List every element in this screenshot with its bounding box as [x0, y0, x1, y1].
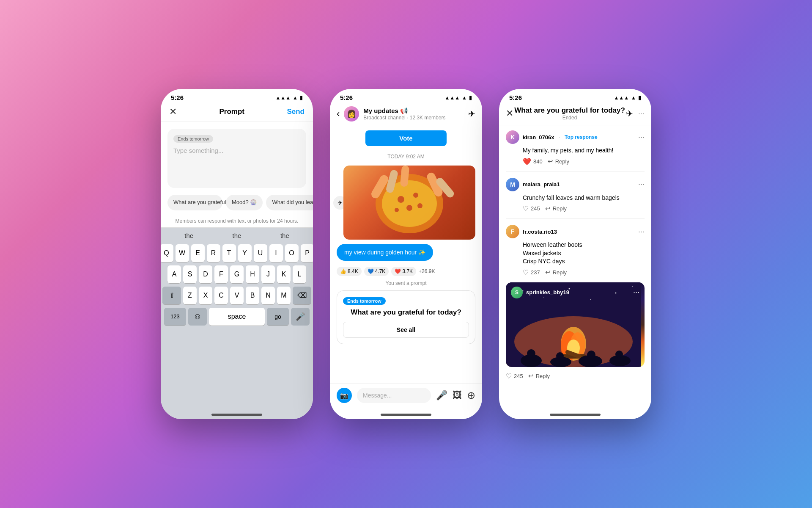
reactions-row: 👍 8.4K 💙 4.7K ❤️ 3.7K +26.9K	[337, 267, 475, 276]
chip-learn[interactable]: What did you learn this week	[266, 195, 313, 210]
key-w[interactable]: W	[176, 244, 189, 262]
response-text-3: Horween leather bootsWaxed jacketsCrisp …	[506, 241, 645, 266]
mic-icon[interactable]: 🎤	[436, 390, 447, 401]
key-f[interactable]: F	[214, 265, 228, 283]
numbers-key[interactable]: 123	[164, 308, 186, 326]
heart-red-count: 3.7K	[402, 268, 413, 274]
status-icons-3: ▲▲▲ ▲ ▮	[614, 95, 641, 101]
key-l[interactable]: L	[293, 265, 306, 283]
key-b[interactable]: B	[246, 287, 259, 304]
like-button-3[interactable]: ♡ 237	[523, 268, 540, 276]
message-placeholder: Message...	[363, 392, 392, 399]
response-header-2: M maiara_praia1 ···	[506, 178, 645, 191]
message-input[interactable]: Message...	[357, 388, 431, 403]
reaction-heart-blue[interactable]: 💙 4.7K	[364, 267, 389, 276]
campfire-photo: S sprinkles_bby19 ···	[506, 282, 645, 367]
chip-grateful[interactable]: What are you grateful for today?	[167, 195, 222, 210]
key-n[interactable]: N	[261, 287, 275, 304]
key-d[interactable]: D	[199, 265, 212, 283]
key-e[interactable]: E	[191, 244, 205, 262]
key-p[interactable]: P	[301, 244, 313, 262]
like-button-2[interactable]: ♡ 245	[523, 204, 540, 213]
channel-header: ‹ 👩 My updates 📢 Broadcast channel · 12.…	[330, 104, 482, 126]
add-icon[interactable]: ⊕	[467, 389, 475, 401]
key-q[interactable]: Q	[161, 244, 173, 262]
reply-button-2[interactable]: ↩ Reply	[545, 205, 567, 213]
suggestion-1[interactable]: the	[184, 232, 193, 239]
go-key[interactable]: go	[267, 308, 289, 326]
chat-photo-container: ✈	[337, 166, 475, 240]
key-g[interactable]: G	[230, 265, 244, 283]
backspace-key[interactable]: ⌫	[293, 287, 311, 304]
reply-icon-2: ↩	[545, 205, 551, 213]
suggestion-2[interactable]: the	[233, 232, 241, 239]
key-o[interactable]: O	[285, 244, 299, 262]
response-user-1: K kiran_0706x · Top response	[506, 130, 598, 144]
reply-button-4[interactable]: ↩ Reply	[528, 372, 550, 380]
close-button[interactable]: ✕	[169, 106, 177, 117]
responses-header: ✕ What are you grateful for today? Ended…	[499, 104, 651, 125]
response-actions-3: ♡ 237 ↩ Reply	[506, 268, 645, 276]
time-1: 5:26	[171, 94, 184, 101]
prompt-placeholder[interactable]: Type something...	[173, 147, 300, 154]
you-sent-label: You sent a prompt	[337, 280, 475, 286]
more-icon-3[interactable]: ···	[638, 109, 645, 118]
key-a[interactable]: A	[167, 265, 181, 283]
key-i[interactable]: I	[269, 244, 283, 262]
suggestion-3[interactable]: the	[280, 232, 289, 239]
key-j[interactable]: J	[261, 265, 275, 283]
mic-key[interactable]: 🎤	[291, 308, 310, 326]
more-reactions[interactable]: +26.9K	[419, 268, 435, 274]
vote-button[interactable]: Vote	[365, 130, 446, 146]
vote-area: Vote	[337, 130, 475, 148]
send-icon-3[interactable]: ✈	[626, 108, 633, 119]
reply-button-3[interactable]: ↩ Reply	[545, 268, 567, 276]
reply-label-3: Reply	[553, 269, 567, 276]
home-bar-1	[161, 410, 313, 419]
shift-key[interactable]: ⇧	[162, 287, 181, 304]
space-key[interactable]: space	[209, 308, 265, 326]
key-t[interactable]: T	[222, 244, 236, 262]
emoji-key[interactable]: ☺	[188, 308, 207, 326]
key-h[interactable]: H	[246, 265, 259, 283]
more-icon-r1[interactable]: ···	[638, 133, 645, 142]
chip-mood[interactable]: Mood? 🎡	[226, 195, 263, 210]
close-button-3[interactable]: ✕	[506, 108, 513, 119]
key-m[interactable]: M	[277, 287, 291, 304]
channel-header-icons: ✈	[468, 109, 475, 119]
chat-input-bar: 📷 Message... 🎤 🖼 ⊕	[330, 383, 482, 410]
more-icon-r2[interactable]: ···	[638, 180, 645, 189]
key-s[interactable]: S	[183, 265, 197, 283]
see-all-button[interactable]: See all	[343, 322, 469, 338]
response-item-3: F fr.costa.rio13 ··· Horween leather boo…	[506, 225, 645, 276]
key-x[interactable]: X	[199, 287, 212, 304]
key-k[interactable]: K	[277, 265, 291, 283]
key-u[interactable]: U	[254, 244, 267, 262]
prompt-input-area[interactable]: Ends tomorrow Type something...	[167, 129, 306, 188]
send-icon-2[interactable]: ✈	[468, 109, 475, 119]
gallery-icon[interactable]: 🖼	[453, 390, 462, 401]
more-icon-photo[interactable]: ···	[633, 288, 639, 297]
like-button-4[interactable]: ♡ 245	[506, 372, 523, 380]
reaction-heart-red[interactable]: ❤️ 3.7K	[391, 267, 416, 276]
like-button-1[interactable]: ❤️ 840	[523, 157, 543, 166]
reply-button-1[interactable]: ↩ Reply	[548, 157, 569, 165]
camera-button[interactable]: 📷	[337, 388, 352, 403]
key-r[interactable]: R	[207, 244, 220, 262]
like-count-2: 245	[531, 205, 540, 212]
response-user-3: F fr.costa.rio13	[506, 225, 557, 238]
back-button[interactable]: ‹	[337, 108, 340, 119]
reaction-thumbsup[interactable]: 👍 8.4K	[337, 267, 362, 276]
pizza-photo	[343, 166, 475, 240]
signal-icon-1: ▲▲▲	[275, 95, 291, 101]
key-z[interactable]: Z	[183, 287, 197, 304]
responses-header-icons: ✈ ···	[626, 108, 645, 119]
prompt-card[interactable]: Ends tomorrow What are you grateful for …	[337, 290, 475, 344]
keyboard-suggestions: the the the	[161, 227, 313, 242]
more-icon-r3[interactable]: ···	[638, 227, 645, 236]
key-v[interactable]: V	[230, 287, 244, 304]
status-icons-1: ▲▲▲ ▲ ▮	[275, 95, 303, 101]
key-c[interactable]: C	[214, 287, 228, 304]
key-y[interactable]: Y	[238, 244, 252, 262]
send-button[interactable]: Send	[287, 108, 304, 116]
